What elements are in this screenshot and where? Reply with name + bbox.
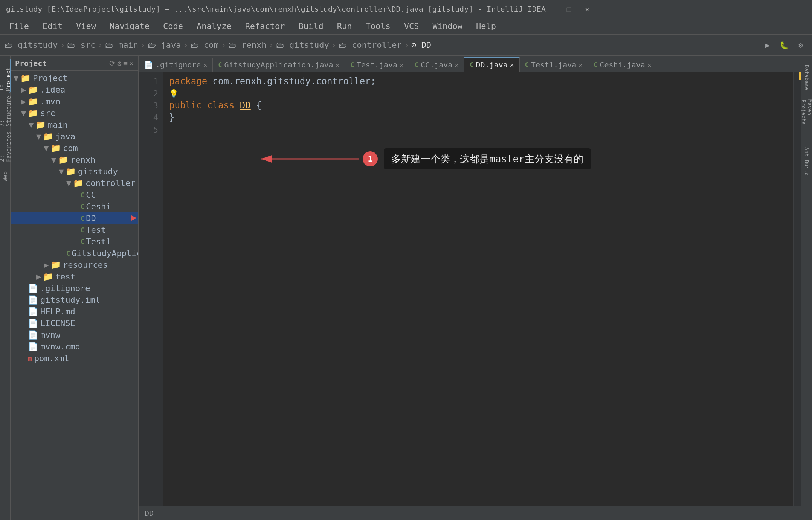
settings-button[interactable]: ⚙ — [794, 38, 807, 52]
project-tab[interactable]: 1: Project — [0, 59, 11, 93]
toolbar: 🗁 gitstudy › 🗁 src › 🗁 main › 🗁 java › 🗁… — [0, 35, 812, 56]
breadcrumb-renxh: 🗁 renxh — [228, 40, 266, 50]
breadcrumb-main: 🗁 main — [105, 40, 138, 50]
title-bar: gitstudy [E:\IdeaProject\gitstudy] – ...… — [0, 0, 812, 18]
project-panel-header: Project ⟳ ⚙ ≡ ✕ — [11, 56, 138, 71]
breadcrumb-gitstudy: 🗁 gitstudy — [5, 40, 58, 50]
close-panel-icon[interactable]: ✕ — [129, 59, 134, 68]
project-label: Project — [15, 59, 47, 68]
tab-gitignore[interactable]: 📄 .gitignore × — [139, 58, 213, 72]
tree-item-DD[interactable]: C DD — [11, 212, 138, 224]
close-button[interactable]: ✕ — [582, 4, 592, 14]
tab-test1[interactable]: C Test1.java × — [520, 58, 589, 72]
breadcrumb: 🗁 gitstudy › 🗁 src › 🗁 main › 🗁 java › 🗁… — [5, 40, 431, 50]
tree-item-pom[interactable]: m pom.xml — [11, 352, 138, 364]
minimize-button[interactable]: ─ — [546, 4, 556, 14]
editor-file-name: DD — [145, 509, 154, 518]
right-edge-panel: Database Maven Projects Ant Build — [801, 56, 812, 520]
editor-tabs: 📄 .gitignore × C GitstudyApplication.jav… — [139, 56, 801, 72]
breadcrumb-dd: ⊙ DD — [411, 40, 431, 50]
tree-item-mvn[interactable]: ▶ 📁 .mvn — [11, 96, 138, 107]
breadcrumb-com: 🗁 com — [191, 40, 219, 50]
tree-item-test[interactable]: ▶ 📁 test — [11, 271, 138, 282]
menu-run[interactable]: Run — [331, 20, 358, 32]
database-tab[interactable]: Database — [801, 59, 812, 96]
code-editor[interactable]: 1 2 3 4 5 package com.renxh.gitstudy.con… — [139, 72, 801, 506]
menu-tools[interactable]: Tools — [360, 20, 397, 32]
debug-button[interactable]: 🐛 — [777, 38, 791, 52]
breadcrumb-gitstudy2: 🗁 gitstudy — [276, 40, 329, 50]
tree-item-java[interactable]: ▼ 📁 java — [11, 131, 138, 142]
menu-file[interactable]: File — [3, 20, 35, 32]
menu-view[interactable]: View — [70, 20, 102, 32]
tree-item-project[interactable]: ▼ 📁 Project — [11, 72, 138, 84]
menu-window[interactable]: Window — [427, 20, 469, 32]
breadcrumb-java: 🗁 java — [148, 40, 181, 50]
left-edge-panel: 1: Project 7: Structure 2: Favorites Web — [0, 56, 11, 520]
structure-tab[interactable]: 7: Structure — [0, 94, 11, 128]
tree-item-mvnw[interactable]: 📄 mvnw — [11, 329, 138, 341]
code-line-1: package com.renxh.gitstudy.controller; — [169, 75, 787, 87]
tree-item-controller[interactable]: ▼ 📁 controller — [11, 177, 138, 189]
code-content[interactable]: package com.renxh.gitstudy.controller; 💡… — [163, 72, 793, 506]
tree-item-renxh[interactable]: ▼ 📁 renxh — [11, 154, 138, 166]
annotation-text: 多新建一个类，这都是master主分支没有的 — [384, 148, 591, 169]
code-line-2: 💡 — [169, 87, 787, 99]
line-numbers: 1 2 3 4 5 — [139, 72, 163, 506]
favorites-tab[interactable]: 2: Favorites — [0, 130, 11, 163]
tree-item-Ceshi[interactable]: C Ceshi — [11, 201, 138, 212]
maximize-button[interactable]: □ — [564, 4, 574, 14]
tree-item-src[interactable]: ▼ 📁 src — [11, 107, 138, 119]
tree-item-mvnw-cmd[interactable]: 📄 mvnw.cmd — [11, 341, 138, 352]
tab-ceshi[interactable]: C Ceshi.java × — [588, 58, 657, 72]
menu-help[interactable]: Help — [470, 20, 502, 32]
annotation-box: 1 多新建一个类，这都是master主分支没有的 — [253, 140, 591, 178]
code-gutter — [793, 72, 801, 506]
menu-vcs[interactable]: VCS — [398, 20, 425, 32]
code-line-5 — [169, 124, 787, 136]
tree-item-GitstudyApplication[interactable]: C GitstudyApplication — [11, 247, 138, 259]
menu-analyze[interactable]: Analyze — [191, 20, 238, 32]
menu-navigate[interactable]: Navigate — [104, 20, 156, 32]
tab-gitstudy-app[interactable]: C GitstudyApplication.java × — [213, 58, 345, 72]
web-tab[interactable]: Web — [0, 165, 11, 188]
menu-edit[interactable]: Edit — [37, 20, 69, 32]
code-line-4: } — [169, 111, 787, 124]
ant-tab[interactable]: Ant Build — [801, 145, 812, 178]
tree-item-help[interactable]: 📄 HELP.md — [11, 306, 138, 317]
title-text: gitstudy [E:\IdeaProject\gitstudy] – ...… — [6, 5, 546, 14]
maven-tab[interactable]: Maven Projects — [801, 98, 812, 143]
tree-item-resources[interactable]: ▶ 📁 resources — [11, 259, 138, 271]
tree-item-iml[interactable]: 📄 gitstudy.iml — [11, 294, 138, 306]
project-tree: ▼ 📁 Project ▶ 📁 .idea ▶ 📁 .mvn ▼ 📁 src — [11, 71, 138, 520]
tree-item-gitstudy-folder[interactable]: ▼ 📁 gitstudy — [11, 166, 138, 177]
tab-test[interactable]: C Test.java × — [345, 58, 409, 72]
collapse-icon[interactable]: ≡ — [123, 59, 128, 68]
tree-item-Test[interactable]: C Test — [11, 224, 138, 236]
menu-code[interactable]: Code — [157, 20, 189, 32]
annotation-number: 1 — [363, 151, 378, 166]
gear-icon[interactable]: ⚙ — [117, 59, 122, 68]
tree-item-idea[interactable]: ▶ 📁 .idea — [11, 84, 138, 96]
breadcrumb-src: 🗁 src — [67, 40, 95, 50]
gutter-warning — [799, 72, 801, 80]
tree-item-com[interactable]: ▼ 📁 com — [11, 142, 138, 154]
tree-item-license[interactable]: 📄 LICENSE — [11, 317, 138, 329]
svg-marker-0 — [131, 215, 137, 221]
menu-build[interactable]: Build — [293, 20, 330, 32]
tree-item-CC[interactable]: C CC — [11, 189, 138, 201]
tree-item-Test1[interactable]: C Test1 — [11, 236, 138, 247]
editor-area: 📄 .gitignore × C GitstudyApplication.jav… — [139, 56, 801, 520]
menu-bar: File Edit View Navigate Code Analyze Ref… — [0, 18, 812, 35]
menu-refactor[interactable]: Refactor — [239, 20, 291, 32]
editor-status-bar: DD — [139, 506, 801, 520]
tree-item-main[interactable]: ▼ 📁 main — [11, 119, 138, 131]
tab-dd[interactable]: C DD.java × — [464, 57, 519, 72]
sync-icon[interactable]: ⟳ — [109, 59, 116, 68]
tab-cc[interactable]: C CC.java × — [409, 58, 464, 72]
breadcrumb-controller: 🗁 controller — [339, 40, 402, 50]
annotation-arrow — [253, 140, 366, 178]
tree-item-gitignore[interactable]: 📄 .gitignore — [11, 282, 138, 294]
run-button[interactable]: ▶ — [761, 38, 774, 52]
code-line-3: public class DD { — [169, 99, 787, 111]
